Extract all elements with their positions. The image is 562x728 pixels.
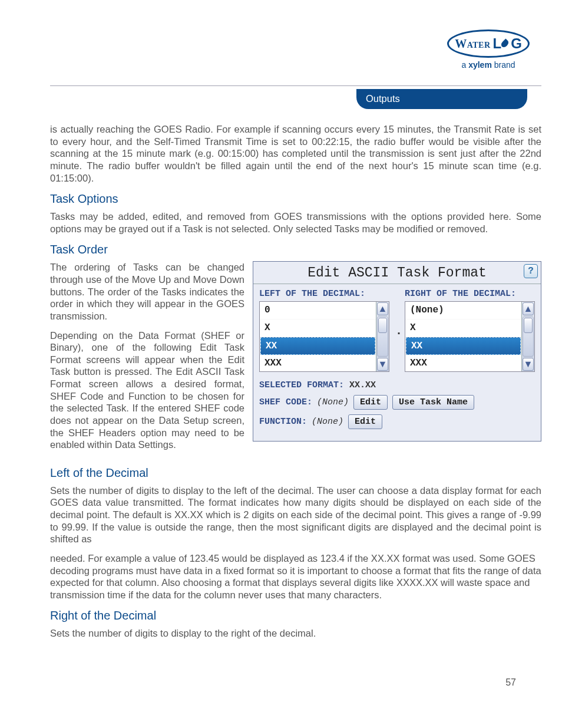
heading-left-of-decimal: Left of the Decimal [50,466,541,480]
panel-title: Edit ASCII Task Format ? [253,262,541,284]
decimal-dot: . [395,324,399,372]
right-option-xx[interactable]: XX [406,337,521,355]
right-scrollbar[interactable]: ▲ ▼ [521,302,534,371]
right-of-decimal-paragraph: Sets the number of digits to display to … [50,627,541,640]
right-of-decimal-label: RIGHT OF THE DECIMAL: [405,289,535,299]
brand-logo: Water L G a xylem brand [447,29,530,70]
brand-tagline: a xylem brand [447,60,530,70]
selected-format-value: XX.XX [349,380,376,390]
header-divider: Outputs [50,85,541,107]
left-of-decimal-listbox[interactable]: 0 X XX XXX ▲ ▼ [259,301,389,372]
left-option-x[interactable]: X [260,319,376,337]
shef-edit-button[interactable]: Edit [353,395,388,410]
function-row: FUNCTION: (None) Edit [259,414,535,429]
shef-code-value: (None) [317,397,349,407]
scroll-down-icon[interactable]: ▼ [523,358,534,371]
function-value: (None) [312,417,343,427]
left-option-xx[interactable]: XX [260,337,375,355]
scroll-up-icon[interactable]: ▲ [377,302,388,315]
left-of-decimal-paragraph-1: Sets the number of digits to display to … [50,485,541,545]
left-scrollbar[interactable]: ▲ ▼ [376,302,389,371]
task-options-paragraph: Tasks may be added, edited, and removed … [50,210,541,235]
right-option-x[interactable]: X [405,319,521,337]
function-edit-button[interactable]: Edit [348,414,382,429]
edit-ascii-task-format-panel: Edit ASCII Task Format ? LEFT OF THE DEC… [253,261,541,442]
section-tab-outputs: Outputs [356,89,527,109]
left-of-decimal-paragraph-2: needed. For example a value of 123.45 wo… [50,552,541,601]
left-of-decimal-label: LEFT OF THE DECIMAL: [259,289,389,299]
scroll-track[interactable] [523,317,534,357]
left-option-xxx[interactable]: XXX [260,355,376,371]
intro-paragraph: is actually reaching the GOES Radio. For… [50,123,541,184]
use-task-name-button[interactable]: Use Task Name [392,395,474,410]
heading-right-of-decimal: Right of the Decimal [50,609,541,622]
help-icon[interactable]: ? [524,264,538,278]
logo-word-l: L [493,35,502,52]
logo-word-g: G [511,35,522,52]
right-option-none[interactable]: (None) [405,302,521,319]
right-of-decimal-listbox[interactable]: (None) X XX XXX ▲ ▼ [405,301,535,372]
task-order-paragraph-1: The ordering of Tasks can be changed thr… [50,261,244,322]
scroll-track[interactable] [377,317,388,357]
left-option-0[interactable]: 0 [260,302,376,319]
logo-word-water: Water [455,37,490,51]
scroll-up-icon[interactable]: ▲ [523,302,534,315]
page-number: 57 [505,677,516,688]
shef-code-row: SHEF CODE: (None) Edit Use Task Name [259,395,535,410]
heading-task-options: Task Options [50,192,541,206]
heading-task-order: Task Order [50,243,541,256]
task-order-paragraph-2: Depending on the Data Format (SHEF or Bi… [50,330,244,451]
selected-format-row: SELECTED FORMAT: XX.XX [259,380,535,390]
water-drop-icon [500,39,510,49]
right-option-xxx[interactable]: XXX [405,355,521,371]
scroll-down-icon[interactable]: ▼ [377,358,388,371]
